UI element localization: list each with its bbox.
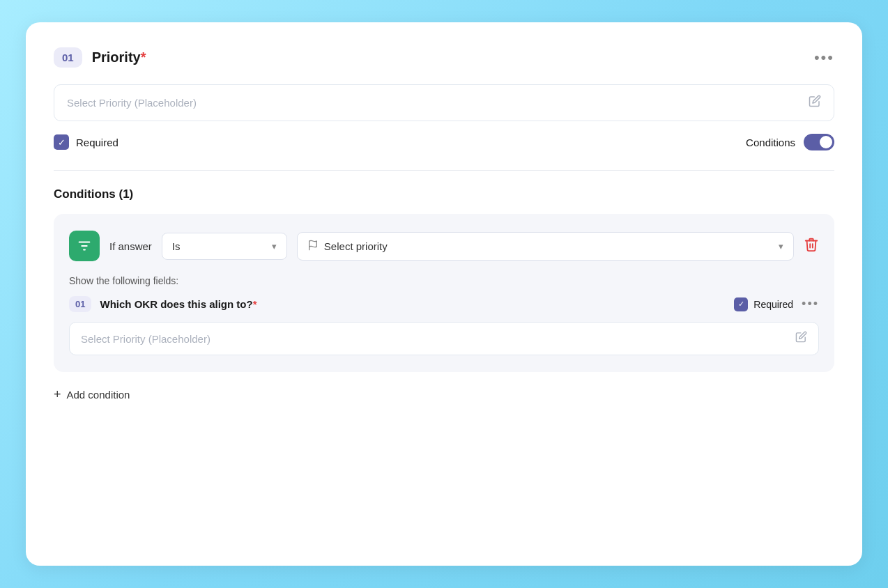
flag-icon bbox=[307, 240, 319, 253]
sub-required-checkbox[interactable]: ✓ bbox=[734, 297, 748, 311]
condition-row: If answer Is ▾ Select priority ▾ bbox=[69, 231, 819, 261]
placeholder-input[interactable]: Select Priority (Placeholder) bbox=[54, 84, 834, 121]
required-star: * bbox=[141, 49, 146, 65]
main-card: 01 Priority* ••• Select Priority (Placeh… bbox=[26, 22, 862, 566]
more-menu-icon[interactable]: ••• bbox=[814, 49, 834, 67]
add-condition-row[interactable]: + Add condition bbox=[54, 387, 834, 402]
placeholder-text: Select Priority (Placeholder) bbox=[67, 97, 197, 109]
priority-dropdown[interactable]: Select priority ▾ bbox=[297, 232, 794, 261]
filter-icon-box bbox=[69, 231, 100, 261]
options-row: ✓ Required Conditions bbox=[54, 134, 834, 150]
required-label: Required bbox=[76, 137, 118, 148]
condition-block: If answer Is ▾ Select priority ▾ bbox=[54, 214, 834, 372]
conditions-label: Conditions bbox=[746, 137, 795, 148]
sub-field-title: Which OKR does this align to?* bbox=[100, 298, 726, 310]
header-row: 01 Priority* ••• bbox=[54, 47, 834, 68]
priority-dropdown-label: Select priority bbox=[307, 240, 388, 253]
conditions-toggle[interactable] bbox=[804, 134, 834, 150]
plus-icon: + bbox=[54, 387, 61, 402]
priority-dropdown-value: Select priority bbox=[324, 240, 388, 252]
sub-checkmark-icon: ✓ bbox=[738, 300, 744, 309]
required-checkbox[interactable]: ✓ bbox=[54, 134, 69, 150]
sub-field-row: 01 Which OKR does this align to?* ✓ Requ… bbox=[69, 296, 819, 312]
sub-placeholder-text: Select Priority (Placeholder) bbox=[81, 333, 210, 345]
sub-placeholder-input[interactable]: Select Priority (Placeholder) bbox=[69, 322, 819, 355]
chevron-down-icon-2: ▾ bbox=[779, 241, 783, 252]
required-section: ✓ Required bbox=[54, 134, 118, 150]
sub-step-badge: 01 bbox=[69, 296, 91, 312]
sub-required-section: ✓ Required bbox=[734, 297, 793, 311]
sub-edit-icon[interactable] bbox=[795, 331, 807, 346]
show-fields-label: Show the following fields: bbox=[69, 275, 819, 286]
step-badge: 01 bbox=[54, 47, 82, 68]
if-answer-label: If answer bbox=[109, 240, 152, 252]
chevron-down-icon: ▾ bbox=[272, 241, 277, 252]
is-dropdown[interactable]: Is ▾ bbox=[162, 233, 287, 260]
delete-condition-icon[interactable] bbox=[804, 237, 819, 256]
checkmark-icon: ✓ bbox=[58, 137, 66, 148]
edit-icon[interactable] bbox=[809, 95, 821, 111]
add-condition-label: Add condition bbox=[67, 389, 130, 401]
sub-required-label: Required bbox=[753, 299, 793, 310]
sub-more-menu-icon[interactable]: ••• bbox=[802, 297, 819, 311]
header-left: 01 Priority* bbox=[54, 47, 146, 68]
is-dropdown-value: Is bbox=[172, 240, 181, 252]
conditions-toggle-section: Conditions bbox=[746, 134, 834, 150]
conditions-title: Conditions (1) bbox=[54, 187, 834, 201]
page-title: Priority* bbox=[92, 49, 146, 65]
divider bbox=[54, 170, 834, 171]
